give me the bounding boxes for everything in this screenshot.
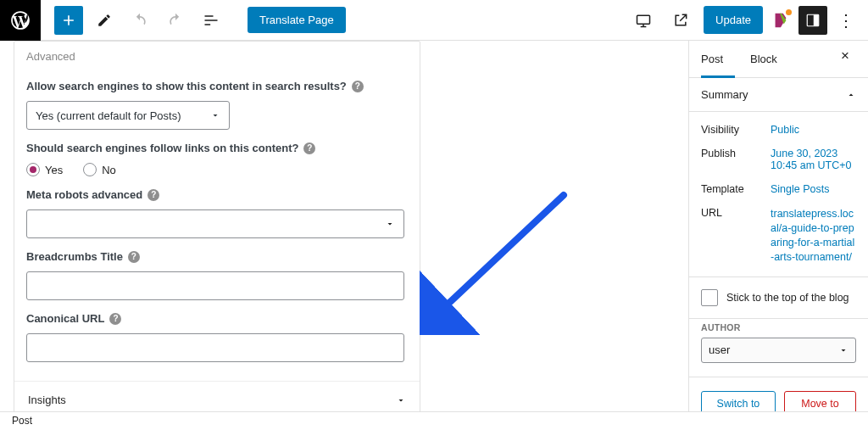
allow-search-select[interactable]: Yes (current default for Posts)	[26, 101, 230, 130]
wordpress-logo[interactable]	[0, 0, 41, 41]
help-icon[interactable]: ?	[303, 142, 315, 154]
post-settings-sidebar: Post Block × Summary VisibilityPublic Pu…	[688, 41, 868, 411]
breadcrumbs-title-input[interactable]	[26, 271, 404, 300]
url-value[interactable]: translatepress.local/a-guide-to-preparin…	[771, 207, 856, 265]
editor-footer-breadcrumb: Post	[0, 411, 868, 430]
undo-button[interactable]	[125, 6, 154, 35]
chevron-up-icon	[846, 90, 856, 100]
editor-column: Advanced Allow search engines to show th…	[0, 41, 688, 411]
svg-rect-2	[814, 14, 819, 26]
switch-to-draft-button[interactable]: Switch to draft	[701, 391, 776, 412]
publish-label: Publish	[701, 148, 771, 171]
meta-robots-select[interactable]	[26, 209, 404, 238]
chevron-down-icon	[210, 110, 220, 120]
post-actions-row: Switch to draft Move to trash	[689, 377, 868, 412]
yoast-seo-panel: Advanced Allow search engines to show th…	[14, 41, 420, 411]
move-to-trash-button[interactable]: Move to trash	[784, 391, 856, 412]
chevron-down-icon	[385, 219, 395, 229]
insights-section-toggle[interactable]: Insights	[14, 381, 420, 411]
settings-panel-toggle[interactable]	[798, 6, 827, 35]
follow-links-label: Should search engines follow links on th…	[26, 142, 408, 154]
checkbox-icon	[701, 289, 718, 306]
author-heading: AUTHOR	[701, 322, 856, 332]
help-icon[interactable]: ?	[147, 189, 159, 201]
help-icon[interactable]: ?	[128, 251, 140, 263]
topbar-left-controls: Translate Page	[41, 6, 346, 35]
tab-post[interactable]: Post	[701, 41, 735, 78]
follow-links-radio-group: Yes No	[26, 163, 408, 176]
add-block-button[interactable]	[54, 6, 83, 35]
topbar-right-controls: Update ⋮	[629, 6, 861, 35]
stick-to-top-row[interactable]: Stick to the top of the blog	[689, 277, 868, 319]
canonical-url-input[interactable]	[26, 333, 404, 362]
chevron-down-icon	[838, 345, 849, 355]
summary-section-toggle[interactable]: Summary	[689, 78, 868, 112]
stick-to-top-label: Stick to the top of the blog	[726, 292, 849, 304]
advanced-section-title: Advanced	[26, 45, 408, 68]
document-overview-button[interactable]	[197, 6, 225, 35]
author-select[interactable]: user	[701, 338, 856, 363]
preview-desktop-button[interactable]	[629, 6, 658, 35]
tab-block[interactable]: Block	[750, 41, 789, 77]
editor-topbar: Translate Page Update ⋮	[0, 0, 868, 41]
template-label: Template	[701, 183, 771, 195]
help-icon[interactable]: ?	[352, 81, 364, 92]
sidebar-tabs: Post Block ×	[689, 41, 868, 78]
close-sidebar-icon[interactable]: ×	[834, 41, 856, 77]
meta-robots-label: Meta robots advanced?	[26, 188, 408, 201]
redo-button[interactable]	[161, 6, 190, 35]
breadcrumbs-title-label: Breadcrumbs Title?	[26, 250, 408, 263]
visibility-label: Visibility	[701, 124, 771, 136]
radio-icon	[26, 163, 40, 176]
view-post-button[interactable]	[666, 6, 695, 35]
summary-block: VisibilityPublic PublishJune 30, 202310:…	[689, 112, 868, 277]
radio-icon	[83, 163, 97, 176]
help-icon[interactable]: ?	[109, 313, 121, 325]
edit-mode-button[interactable]	[90, 6, 119, 35]
svg-rect-0	[637, 15, 650, 24]
translate-page-button[interactable]: Translate Page	[248, 7, 346, 33]
author-block: AUTHOR user	[689, 319, 868, 377]
allow-search-label: Allow search engines to show this conten…	[26, 80, 408, 92]
canonical-url-label: Canonical URL?	[26, 312, 408, 325]
chevron-down-icon	[396, 395, 406, 405]
visibility-value[interactable]: Public	[771, 124, 856, 136]
radio-option-no[interactable]: No	[83, 163, 116, 176]
yoast-icon[interactable]	[771, 11, 790, 30]
update-button[interactable]: Update	[704, 6, 763, 34]
more-options-icon[interactable]: ⋮	[836, 12, 856, 29]
publish-value[interactable]: June 30, 202310:45 am UTC+0	[771, 148, 856, 171]
radio-option-yes[interactable]: Yes	[26, 163, 63, 176]
url-label: URL	[701, 207, 771, 265]
template-value[interactable]: Single Posts	[771, 183, 856, 195]
